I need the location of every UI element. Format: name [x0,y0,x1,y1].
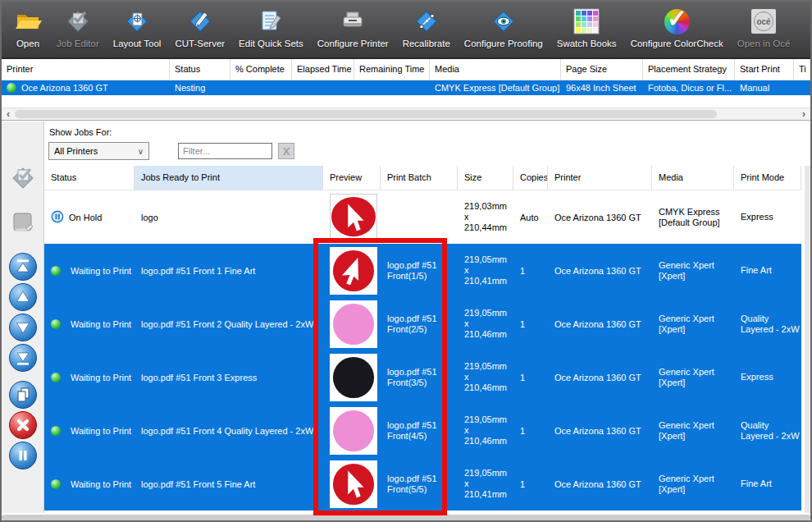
job-status: Waiting to Print [71,266,131,276]
job-row[interactable]: Waiting to Print logo.pdf #51 Front 3 Ex… [44,350,801,404]
job-copies: 1 [513,350,548,404]
job-printer: Oce Arizona 1360 GT [548,190,652,244]
col-header-media[interactable]: Media [430,59,561,80]
job-preview-thumbnail[interactable] [330,407,377,455]
show-jobs-label: Show Jobs For: [49,127,112,137]
layout-tool-icon [122,7,152,36]
job-row[interactable]: Waiting to Print logo.pdf #51 Front 4 Qu… [44,404,801,457]
col-header-printer[interactable]: Printer [2,59,170,80]
job-copies: 1 [513,404,548,457]
printer-status: Nesting [170,80,230,95]
filter-input[interactable] [178,143,272,159]
configure-colorcheck-button[interactable]: ✓ Configure ColorCheck [631,7,723,48]
jobs-horizontal-scrollbar[interactable] [2,515,810,520]
edit-quick-sets-button[interactable]: Edit Quick Sets [239,7,303,48]
toolbar-label: Open in Océ [737,39,791,48]
jobs-table-header: Status Jobs Ready to Print Preview Print… [44,166,801,190]
job-copies: Auto [513,190,548,244]
printer-row[interactable]: Oce Arizona 1360 GT Nesting CMYK Express… [2,80,810,95]
green-status-icon [51,373,61,382]
job-printer: Oce Arizona 1360 GT [548,404,652,457]
col-header-status[interactable]: Status [170,59,230,80]
toolbar-label: CUT-Server [175,39,225,48]
jobs-area: Show Jobs For: All Printers ∨ X Status J… [44,121,810,513]
green-status-icon [51,479,61,489]
configure-proofing-button[interactable]: Configure Proofing [464,7,543,48]
cut-server-icon [185,7,215,36]
job-print-batch: logo.pdf #51 Front(5/5) [381,457,458,511]
job-row[interactable]: On Hold logo 219,03mm x 210,44mm Auto Oc… [44,190,801,244]
delete-job-icon[interactable] [9,411,37,439]
col-header-page-size[interactable]: Page Size [561,59,643,80]
swatch-books-icon [572,7,601,36]
job-size: 219,05mm x 210,46mm [458,350,513,404]
jobs-vertical-scrollbar[interactable] [805,166,810,513]
printer-start-print: Manual [735,80,794,95]
scroll-left-icon[interactable]: ‹ [2,108,14,120]
swatch-books-button[interactable]: Swatch Books [557,7,617,48]
toolbar-label: Edit Quick Sets [239,39,303,48]
job-row[interactable]: Waiting to Print logo.pdf #51 Front 1 Fi… [44,244,801,297]
pink-circle [331,302,376,346]
job-preview-thumbnail[interactable] [330,460,377,508]
job-size: 219,03mm x 210,44mm [458,190,513,244]
recalibrate-button[interactable]: Recalibrate [403,7,450,48]
move-to-bottom-icon[interactable] [9,344,37,372]
move-down-icon[interactable] [9,314,37,341]
col-header-media[interactable]: Media [652,166,734,190]
job-name: logo.pdf #51 Front 2 Quality Layered - 2… [135,297,323,350]
red-circle-cursor [331,249,376,293]
clear-filter-button[interactable]: X [278,143,294,159]
job-preview-thumbnail[interactable] [330,247,377,295]
col-header-start-print[interactable]: Start Print [735,59,794,80]
job-name: logo.pdf #51 Front 4 Quality Layered - 2… [135,404,323,457]
pause-status-icon [51,210,64,225]
col-header-elapsed-time[interactable]: Elapsed Time [292,59,354,80]
job-row[interactable]: Waiting to Print logo.pdf #51 Front 5 Fi… [44,457,801,511]
open-button[interactable]: Open [13,7,43,48]
col-header-percent-complete[interactable]: % Complete [230,59,292,80]
col-header-size[interactable]: Size [458,166,513,190]
layout-tool-button[interactable]: Layout Tool [113,7,162,48]
job-row[interactable]: Waiting to Print logo.pdf #51 Front 2 Qu… [44,297,801,350]
job-preview-thumbnail[interactable] [330,300,377,348]
chevron-down-icon: ∨ [138,147,144,156]
col-header-print-mode[interactable]: Print Mode [734,166,801,190]
job-name: logo.pdf #51 Front 5 Fine Art [135,457,323,511]
col-header-placement-strategy[interactable]: Placement Strategy [643,59,735,80]
job-media: Generic Xpert [Xpert] [652,404,734,457]
job-printer: Oce Arizona 1360 GT [548,457,652,511]
col-header-time[interactable]: Ti [794,59,810,80]
job-print-mode: Fine Art [734,244,801,297]
printer-filter-select[interactable]: All Printers ∨ [48,142,149,160]
col-header-print-batch[interactable]: Print Batch [381,166,458,190]
job-status: On Hold [69,213,102,222]
col-header-preview[interactable]: Preview [323,166,381,190]
col-header-copies[interactable]: Copies [513,166,548,190]
move-to-top-icon[interactable] [9,253,37,281]
edit-job-icon [10,209,36,237]
configure-printer-button[interactable]: Configure Printer [317,7,389,48]
printer-elapsed [292,80,354,95]
col-header-status[interactable]: Status [44,166,135,190]
configure-printer-icon [338,7,367,36]
scrollbar-thumb[interactable] [15,110,717,118]
job-preview-thumbnail[interactable] [330,194,377,241]
scroll-right-icon[interactable]: › [798,108,810,120]
filter-bar: Show Jobs For: All Printers ∨ X [44,121,810,166]
col-header-remaining-time[interactable]: Remaining Time [354,59,430,80]
hold-job-icon[interactable] [9,442,37,469]
oce-logo-icon: océ [749,7,778,36]
job-print-batch: logo.pdf #51 Front(4/5) [381,404,458,457]
printer-name: Oce Arizona 1360 GT [21,80,108,95]
move-up-icon[interactable] [9,283,37,311]
col-header-jobs-ready[interactable]: Jobs Ready to Print [135,166,323,190]
printer-horizontal-scrollbar[interactable]: ‹ › [2,108,810,120]
print-queue-window: Open Job Editor Layout Tool CUT-Server E [0,0,812,522]
job-preview-thumbnail[interactable] [330,354,377,401]
job-printer: Oce Arizona 1360 GT [548,244,652,297]
duplicate-job-icon[interactable] [9,381,37,409]
job-printer: Oce Arizona 1360 GT [548,350,652,404]
cut-server-button[interactable]: CUT-Server [175,7,225,48]
col-header-printer[interactable]: Printer [548,166,652,190]
